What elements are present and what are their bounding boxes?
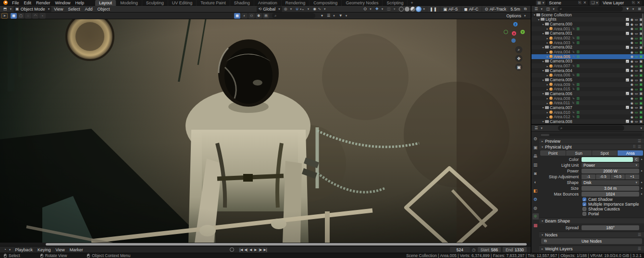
outliner-row-area-015[interactable]: ▸Area.015↳▥◉▭▣	[532, 87, 644, 92]
blender-logo-icon[interactable]	[2, 0, 8, 5]
timeline-menu-playback[interactable]: Playback	[12, 247, 35, 253]
scene-name-field[interactable]: Scene⎘✕	[547, 0, 588, 5]
select-mode-lasso[interactable]: ◠	[32, 13, 38, 19]
disclosure-icon[interactable]: ▾	[541, 78, 545, 82]
outliner-filter-dropdown[interactable]: ▼▾	[625, 6, 635, 12]
snap-toggle-5[interactable]: ▤	[263, 13, 269, 19]
hide-eye-icon[interactable]: ◉	[631, 78, 633, 82]
camera-view-button[interactable]: ⧉	[522, 6, 529, 12]
exclude-checkbox[interactable]: ✓	[626, 106, 629, 109]
disclosure-icon[interactable]: ▾	[541, 46, 545, 49]
hide-eye-icon[interactable]: ◉	[631, 32, 633, 35]
xray-toggle[interactable]: ◫▾	[385, 6, 397, 12]
panel-preview[interactable]: ▸Preview☰	[539, 138, 644, 144]
axis-x-neg[interactable]	[504, 30, 508, 34]
disable-render-icon[interactable]: ▣	[639, 106, 643, 109]
outliner-row-area-002[interactable]: ▸Area.002↳▥◉▭▣	[532, 36, 644, 40]
disable-viewport-icon[interactable]: ▭	[635, 64, 638, 68]
pivot-point-dropdown[interactable]: ◎▾	[282, 6, 294, 12]
properties-tab-texture[interactable]: ▩	[533, 222, 539, 228]
disable-render-icon[interactable]: ▣	[639, 101, 643, 105]
disclosure-icon[interactable]: ▸	[545, 87, 549, 91]
viewport-menu-view[interactable]: View	[51, 6, 65, 12]
hide-eye-icon[interactable]: ◉	[631, 64, 633, 68]
select-mode-box[interactable]: ▢	[18, 13, 24, 19]
new-viewlayer-icon[interactable]: ⎘	[632, 0, 635, 5]
camera-view-button[interactable]: ▣	[515, 63, 522, 71]
af-track-button[interactable]: ⊙AF-Track	[483, 6, 509, 12]
disable-render-icon[interactable]: ▣	[639, 50, 643, 54]
properties-tab-physics[interactable]: ◍	[533, 205, 539, 211]
hide-eye-icon[interactable]: ◉	[631, 115, 633, 119]
outliner-scrollbar[interactable]	[642, 13, 644, 47]
disclosure-icon[interactable]: ▸	[545, 64, 549, 68]
animate-dot[interactable]: •	[639, 169, 644, 173]
disable-viewport-icon[interactable]: ▭	[635, 120, 638, 123]
grid-list-icon[interactable]: ⠿ ☰	[633, 145, 642, 149]
shading-solid-button[interactable]	[405, 7, 409, 12]
workspace-tab-uv-editing[interactable]: UV Editing	[168, 0, 197, 6]
animate-dot[interactable]: •	[639, 180, 644, 185]
properties-search-input[interactable]: ⌕	[558, 125, 625, 131]
disable-viewport-icon[interactable]: ▭	[635, 115, 638, 119]
hide-eye-icon[interactable]: ◉	[631, 74, 633, 77]
hide-eye-icon[interactable]: ◉	[631, 97, 633, 100]
viewport-3d[interactable]: Z X Y ⌕ ✥ ▣	[0, 19, 531, 243]
hide-eye-icon[interactable]: ◉	[631, 92, 633, 95]
outliner-row-camera-001[interactable]: ▾Camera.001✓◉▭▣	[532, 31, 644, 36]
outliner-row-area-010[interactable]: ▸Area.010↳▥◉▭▣	[532, 110, 644, 115]
hide-eye-icon[interactable]: ◉	[631, 111, 633, 114]
viewlayer-browse-button[interactable]: ❏▾	[590, 0, 599, 5]
outliner-row-area-012[interactable]: ▸Area.012↳▥◉▭▣	[532, 114, 644, 119]
filter-list-dropdown[interactable]: ☰▾	[325, 13, 337, 19]
animate-dot[interactable]: •	[639, 192, 644, 197]
workspace-tab-rendering[interactable]: Rendering	[282, 0, 310, 6]
mode-dropdown[interactable]: ▣Object Mode▾	[13, 6, 51, 12]
outliner-row-area-005[interactable]: ▸Area.005↳▥◉▭▣	[532, 54, 644, 59]
exclude-checkbox[interactable]: ✓	[626, 18, 629, 21]
workspace-tab-animation[interactable]: Animation	[254, 0, 282, 6]
disclosure-icon[interactable]: ▸	[545, 111, 549, 114]
outliner-row-camera-004[interactable]: ▾Camera.004✓◉▭▣	[532, 68, 644, 73]
snap-toggle-1[interactable]: ▦	[234, 13, 240, 19]
disclosure-icon[interactable]: ▸	[545, 27, 549, 30]
unlink-scene-icon[interactable]: ✕	[583, 0, 587, 5]
axis-view-dot[interactable]	[511, 38, 516, 43]
hide-eye-icon[interactable]: ◉	[631, 87, 633, 91]
disable-viewport-icon[interactable]: ▭	[635, 83, 638, 86]
stop-button--1[interactable]: -1	[582, 174, 595, 179]
checkbox[interactable]	[582, 207, 586, 211]
disable-viewport-icon[interactable]: ▭	[635, 55, 638, 58]
light-type-spot[interactable]: Spot	[592, 150, 618, 156]
hide-eye-icon[interactable]: ◉	[631, 106, 633, 109]
add-workspace-button[interactable]: +	[408, 0, 416, 6]
animate-dot[interactable]: •	[639, 157, 644, 162]
color-copy-button[interactable]: C	[633, 157, 639, 162]
properties-tab-view-layer[interactable]: ▥	[533, 161, 539, 168]
new-scene-icon[interactable]: ⎘	[578, 0, 581, 5]
editor-type-button[interactable]: ⬒▾	[1, 6, 13, 12]
workspace-tab-geometry-nodes[interactable]: Geometry Nodes	[342, 0, 383, 6]
properties-tab-world[interactable]: ◐	[533, 179, 539, 185]
outliner-row-camera-007[interactable]: ▾Camera.007✓◉▭▣	[532, 105, 644, 110]
select-mode-pick[interactable]: ▫	[39, 13, 46, 19]
af-s-button[interactable]: ▣AF-S	[441, 6, 460, 12]
filter-funnel-dropdown[interactable]: ▼▾	[337, 13, 349, 19]
dropdown-button[interactable]: ▾	[319, 13, 325, 19]
disable-render-icon[interactable]: ▣	[639, 64, 643, 68]
timeline-editor-type[interactable]: ◔▾	[2, 247, 12, 253]
exclude-checkbox[interactable]: ✓	[626, 92, 629, 95]
outliner-row-area-007[interactable]: ▸Area.007↳▥◉▭▣	[532, 63, 644, 68]
pause-button[interactable]: ❚❚	[428, 6, 439, 12]
panel-physical-light[interactable]: ▾Physical Light⠿ ☰	[539, 144, 644, 149]
hide-eye-icon[interactable]: ◉	[631, 23, 633, 26]
light-unit-dropdown[interactable]: Power▾	[582, 163, 639, 168]
outliner-filter-id[interactable]: ◫▾	[545, 6, 556, 12]
disclosure-icon[interactable]: ▸	[545, 37, 549, 40]
exclude-checkbox[interactable]: ✓	[626, 46, 629, 49]
snap-toggle-3[interactable]: ⚇	[248, 13, 255, 19]
properties-breadcrumb[interactable]	[540, 134, 642, 136]
disable-render-icon[interactable]: ▣	[639, 97, 643, 100]
max-bounces-slider[interactable]: 1024	[582, 192, 639, 197]
gizmo-dropdown[interactable]: ⛭▾	[362, 6, 373, 12]
